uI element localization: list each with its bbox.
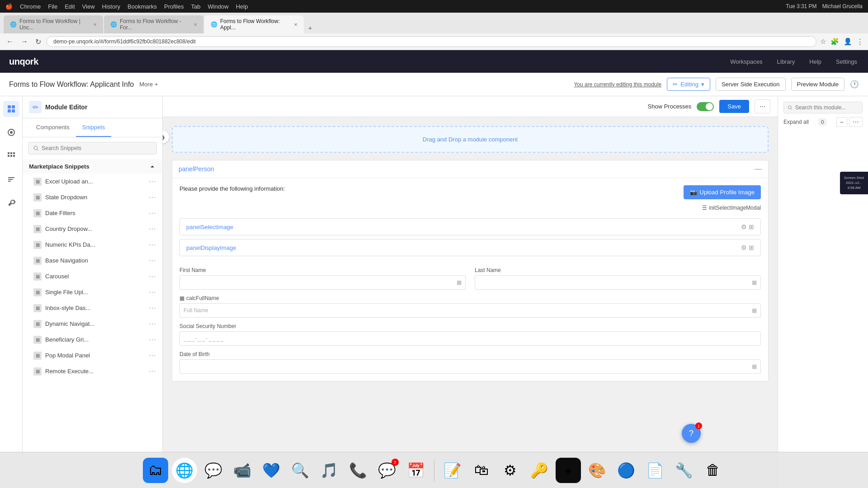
dob-input[interactable]: ▦	[179, 359, 761, 374]
window-menu[interactable]: Window	[208, 3, 228, 10]
snippet-more-icon[interactable]: ⋯	[149, 256, 156, 265]
back-button[interactable]: ←	[5, 37, 15, 47]
list-item[interactable]: ▦ Beneficiary Gri... ⋯	[23, 332, 162, 347]
tab-close-3[interactable]: ✕	[294, 22, 297, 27]
nav-settings[interactable]: Settings	[834, 56, 859, 67]
address-bar[interactable]: demo-pe.unqork.io/#/form/61ddf6c92fb0c80…	[47, 36, 816, 47]
dock-adobe[interactable]: 🎨	[585, 458, 610, 483]
dock-figma[interactable]: ◈	[556, 458, 581, 483]
browser-tab-1[interactable]: 🌐 Forms to Flow Workflow | Unc... ✕	[4, 15, 103, 33]
dock-devtools[interactable]: 🔧	[671, 458, 697, 483]
ssn-input[interactable]: ___-__-____	[179, 331, 761, 346]
adjust-icon[interactable]: ⚙	[741, 244, 747, 251]
dock-zoom[interactable]: 📹	[230, 458, 255, 483]
list-item[interactable]: ▦ Single File Upl... ⋯	[23, 284, 162, 300]
list-item[interactable]: ▦ Inbox-style Das... ⋯	[23, 300, 162, 316]
sidebar-icon-rules[interactable]	[3, 171, 19, 188]
nav-workspaces[interactable]: Workspaces	[728, 56, 764, 67]
editing-button[interactable]: ✏ Editing ▾	[667, 78, 710, 91]
preview-module-button[interactable]: Preview Module	[791, 78, 845, 91]
bookmarks-menu[interactable]: Bookmarks	[127, 3, 157, 10]
extensions-icon[interactable]: 🧩	[830, 38, 839, 46]
dock-messages[interactable]: 💬 3	[374, 458, 400, 483]
chrome-menu[interactable]: Chrome	[20, 3, 41, 10]
sidebar-icon-tools[interactable]	[3, 195, 19, 211]
list-item[interactable]: ▦ Numeric KPIs Da... ⋯	[23, 237, 162, 253]
app-logo[interactable]: unqork	[9, 56, 38, 67]
full-name-input[interactable]: Full Name ▦	[179, 303, 761, 318]
dock-calendar[interactable]: 📅	[403, 458, 429, 483]
save-button[interactable]: Save	[719, 100, 749, 113]
snippet-more-icon[interactable]: ⋯	[149, 335, 156, 344]
nav-library[interactable]: Library	[775, 56, 797, 67]
more-button[interactable]: More +	[139, 81, 158, 88]
snippet-more-icon[interactable]: ⋯	[149, 351, 156, 360]
server-side-execution-button[interactable]: Server Side Execution	[716, 78, 786, 91]
panel-display-image[interactable]: panelDisplayImage ⚙ ⊞	[179, 239, 761, 256]
dock-music[interactable]: 🎵	[316, 458, 342, 483]
snippet-more-icon[interactable]: ⋯	[149, 272, 156, 281]
help-button[interactable]: ? 1	[682, 424, 701, 443]
sidebar-icon-components[interactable]	[3, 124, 19, 141]
dock-trash[interactable]: 🗑	[700, 458, 726, 483]
dock-skype[interactable]: 💙	[259, 458, 284, 483]
list-item[interactable]: ▦ Pop Modal Panel ⋯	[23, 347, 162, 363]
dock-sysprefs[interactable]: ⚙	[498, 458, 523, 483]
first-name-input[interactable]: ▦	[179, 275, 466, 290]
list-item[interactable]: ▦ Dynamic Navigat... ⋯	[23, 316, 162, 332]
snippet-more-icon[interactable]: ⋯	[149, 319, 156, 328]
snippet-more-icon[interactable]: ⋯	[149, 288, 156, 296]
editing-note[interactable]: You are currently editing this module	[574, 81, 661, 88]
new-tab-button[interactable]: +	[305, 23, 316, 33]
list-item[interactable]: ▦ Country Dropow... ⋯	[23, 221, 162, 237]
list-item[interactable]: ▦ Carousel ⋯	[23, 268, 162, 284]
panel-collapse-button[interactable]: ❯	[163, 131, 169, 143]
reload-button[interactable]: ↻	[33, 37, 43, 47]
list-item[interactable]: ▦ Base Navigation ⋯	[23, 253, 162, 268]
drop-zone[interactable]: Drag and Drop a module component	[172, 126, 769, 153]
dock-appstore[interactable]: 🛍	[469, 458, 494, 483]
upload-profile-image-button[interactable]: 📷 Upload Profile Image	[684, 185, 761, 199]
snippet-more-icon[interactable]: ⋯	[149, 367, 156, 375]
tab-menu[interactable]: Tab	[191, 3, 200, 10]
menu-icon[interactable]: ⋮	[857, 38, 863, 46]
list-item[interactable]: ▦ Date Filters ⋯	[23, 205, 162, 221]
file-menu[interactable]: File	[48, 3, 57, 10]
browser-tab-2[interactable]: 🌐 Forms to Flow Workflow - For... ✕	[104, 15, 203, 33]
component-name[interactable]: panelPerson	[179, 165, 214, 173]
dock-notes[interactable]: 📝	[440, 458, 465, 483]
forward-button[interactable]: →	[19, 37, 30, 47]
snippet-group-marketplace-header[interactable]: Marketplace Snippets	[23, 159, 162, 174]
dock-slack[interactable]: 💬	[201, 458, 226, 483]
snippet-more-icon[interactable]: ⋯	[149, 240, 156, 249]
tab-snippets[interactable]: Snippets	[76, 118, 112, 137]
list-item[interactable]: ▦ Excel Upload an... ⋯	[23, 174, 162, 189]
dock-chrome[interactable]: 🌐	[172, 458, 197, 483]
edit-menu[interactable]: Edit	[65, 3, 75, 10]
profile-icon[interactable]: 👤	[844, 38, 852, 46]
tab-components[interactable]: Components	[30, 118, 76, 137]
dock-contacts[interactable]: 📞	[345, 458, 371, 483]
snippet-more-icon[interactable]: ⋯	[149, 209, 156, 217]
dock-finder[interactable]: 🗂	[143, 458, 168, 483]
apple-icon[interactable]: 🍎	[5, 3, 13, 10]
dock-pages[interactable]: 📄	[642, 458, 668, 483]
panel-select-image[interactable]: panelSelectImage ⚙ ⊞	[179, 218, 761, 235]
snippet-more-icon[interactable]: ⋯	[149, 177, 156, 186]
search-module-input[interactable]	[795, 104, 859, 111]
dock-vscode[interactable]: 🔵	[613, 458, 639, 483]
more-actions-button[interactable]: ⋯	[755, 99, 770, 113]
nav-help[interactable]: Help	[807, 56, 823, 67]
search-snippets-box[interactable]	[28, 142, 157, 155]
right-search-box[interactable]	[783, 102, 863, 113]
dock-1password[interactable]: 🔑	[527, 458, 552, 483]
browser-tab-3[interactable]: 🌐 Forms to Flow Workflow: Appl... ✕	[204, 15, 304, 33]
collapse-all-button[interactable]: −	[836, 117, 847, 127]
snippet-more-icon[interactable]: ⋯	[149, 193, 156, 202]
move-icon[interactable]: ⊞	[749, 223, 754, 230]
more-options-button[interactable]: ⋯	[849, 117, 863, 127]
history-menu[interactable]: History	[102, 3, 120, 10]
view-menu[interactable]: View	[82, 3, 95, 10]
adjust-icon[interactable]: ⚙	[741, 223, 747, 230]
history-button[interactable]: 🕐	[850, 80, 859, 89]
